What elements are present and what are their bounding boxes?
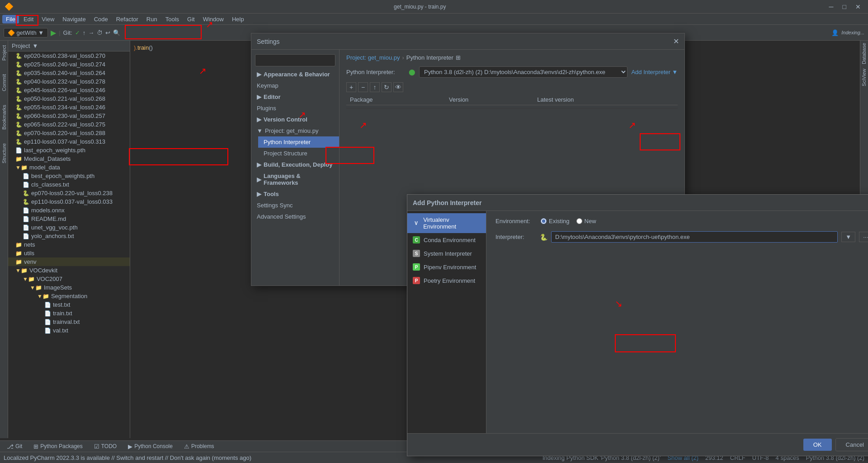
project-selector[interactable]: 🔶 getWith ▼ — [4, 28, 48, 37]
pkg-eye-btn[interactable]: 👁 — [393, 82, 403, 92]
menu-help[interactable]: Help — [228, 15, 248, 23]
tree-item[interactable]: 📄best_epoch_weights.pth — [8, 172, 130, 180]
radio-existing[interactable] — [541, 218, 547, 224]
pkg-update-btn[interactable]: ↑ — [370, 82, 380, 92]
pkg-refresh-btn[interactable]: ↻ — [382, 82, 392, 92]
nav-project[interactable]: ▼ Project: get_miou.py — [251, 125, 339, 136]
run-button[interactable]: ▶ — [51, 28, 56, 37]
tree-item[interactable]: 🐍ep050-loss0.221-val_loss0.268 — [8, 94, 130, 103]
nav-languages[interactable]: ▶ Languages & Frameworks — [251, 170, 339, 188]
interp-type-system[interactable]: S System Interpreter — [407, 247, 486, 260]
radio-new[interactable] — [576, 218, 582, 224]
git-undo[interactable]: ↩ — [105, 29, 110, 36]
tree-item[interactable]: 🐍ep040-loss0.232-val_loss0.278 — [8, 77, 130, 86]
interp-type-virtualenv[interactable]: V Virtualenv Environment — [407, 213, 486, 233]
nav-advanced-settings[interactable]: Advanced Settings — [251, 211, 339, 222]
nav-tools[interactable]: ▶ Tools — [251, 188, 339, 200]
git-check[interactable]: ✓ — [75, 29, 80, 36]
path-dots-btn[interactable]: ··· — [859, 232, 868, 242]
maximize-button[interactable]: □ — [840, 2, 849, 11]
tree-item[interactable]: 📄test.txt — [8, 300, 130, 309]
tree-folder-utils[interactable]: 📁utils — [8, 249, 130, 257]
tree-folder-imagesets[interactable]: ▼📁ImageSets — [8, 283, 130, 292]
tree-item[interactable]: 🐍ep070-loss0.220-val_loss0.288 — [8, 129, 130, 137]
git-arrow-right[interactable]: → — [88, 29, 94, 36]
vtab-database[interactable]: Database — [860, 41, 868, 66]
cancel-button[interactable]: Cancel — [835, 438, 868, 451]
tree-item[interactable]: 📄cls_classes.txt — [8, 180, 130, 189]
menu-refactor[interactable]: Refactor — [113, 15, 142, 23]
tree-item[interactable]: 🐍ep020-loss0.238-val_loss0.270 — [8, 51, 130, 60]
tab-todo[interactable]: ☑ TODO — [90, 442, 121, 451]
tree-item[interactable]: 🐍ep110-loss0.037-val_loss0.033 — [8, 197, 130, 206]
close-button[interactable]: ✕ — [853, 2, 863, 11]
tree-item[interactable]: 📄unet_vgg_voc.pth — [8, 223, 130, 232]
git-history[interactable]: ⏱ — [97, 29, 103, 36]
vtab-sciview[interactable]: SciView — [860, 66, 868, 89]
tree-item[interactable]: 🐍ep070-loss0.220-val_loss0.238 — [8, 189, 130, 197]
tree-item[interactable]: 📄last_epoch_weights.pth — [8, 146, 130, 154]
interp-type-poetry[interactable]: P Poetry Environment — [407, 274, 486, 287]
nav-build[interactable]: ▶ Build, Execution, Deploy — [251, 159, 339, 170]
tree-item[interactable]: 📄models.onnx — [8, 206, 130, 215]
pkg-add-btn[interactable]: + — [346, 82, 356, 92]
pkg-remove-btn[interactable]: − — [358, 82, 368, 92]
interpreter-path-input[interactable] — [551, 231, 838, 243]
nav-plugins[interactable]: Plugins — [251, 103, 339, 114]
nav-editor[interactable]: ▶ Editor — [251, 91, 339, 103]
vtab-project[interactable]: Project — [0, 43, 8, 63]
tree-item[interactable]: 📄README.md — [8, 215, 130, 223]
nav-python-interpreter[interactable]: Python Interpreter — [258, 136, 339, 148]
tab-python-packages[interactable]: ⊞ Python Packages — [29, 442, 87, 451]
settings-search-input[interactable] — [255, 54, 335, 66]
ok-button[interactable]: OK — [803, 439, 832, 451]
nav-keymap[interactable]: Keymap — [251, 80, 339, 91]
menu-tools[interactable]: Tools — [162, 15, 183, 23]
git-arrow-up[interactable]: ↑ — [83, 29, 86, 36]
tree-item[interactable]: 🐍ep065-loss0.222-val_loss0.275 — [8, 120, 130, 129]
user-icon[interactable]: 👤 — [831, 29, 839, 36]
tree-folder-segmentation[interactable]: ▼📁Segmentation — [8, 292, 130, 300]
menu-edit[interactable]: Edit — [20, 15, 37, 23]
nav-project-structure[interactable]: Project Structure — [258, 148, 339, 159]
tree-folder-vocdevkit[interactable]: ▼📁VOCdevkit — [8, 266, 130, 275]
tree-folder-voc2007[interactable]: ▼📁VOC2007 — [8, 275, 130, 283]
nav-settings-sync[interactable]: Settings Sync — [251, 200, 339, 211]
vtab-bookmarks[interactable]: Bookmarks — [0, 103, 8, 132]
tree-folder-model[interactable]: ▼📁model_data — [8, 163, 130, 172]
minimize-button[interactable]: ─ — [826, 2, 836, 11]
menu-git[interactable]: Git — [184, 15, 198, 23]
search-icon[interactable]: 🔍 — [113, 29, 120, 36]
tree-item[interactable]: 🐍ep060-loss0.230-val_loss0.257 — [8, 112, 130, 120]
tree-item[interactable]: 🐍ep045-loss0.226-val_loss0.246 — [8, 86, 130, 94]
interp-type-conda[interactable]: C Conda Environment — [407, 233, 486, 247]
menu-navigate[interactable]: Navigate — [59, 15, 89, 23]
tree-item[interactable]: 🐍ep035-loss0.240-val_loss0.264 — [8, 69, 130, 77]
settings-close-button[interactable]: ✕ — [673, 37, 679, 46]
tree-folder-medical[interactable]: 📁Medical_Datasets — [8, 154, 130, 163]
tab-git[interactable]: ⎇ Git — [2, 442, 27, 451]
radio-existing-label[interactable]: Existing — [541, 218, 570, 224]
menu-file[interactable]: File — [2, 15, 19, 23]
interp-type-pipenv[interactable]: P Pipenv Environment — [407, 260, 486, 274]
tab-problems[interactable]: ⚠ Problems — [179, 442, 219, 451]
path-dropdown-btn[interactable]: ▼ — [841, 232, 855, 242]
tree-folder-nets[interactable]: 📁nets — [8, 240, 130, 249]
nav-version-control[interactable]: ▶ Version Control — [251, 114, 339, 125]
nav-appearance[interactable]: ▶ Appearance & Behavior — [251, 69, 339, 80]
tree-folder-venv[interactable]: 📁venv — [8, 257, 130, 266]
tree-item[interactable]: 🐍ep055-loss0.234-val_loss0.246 — [8, 103, 130, 112]
menu-window[interactable]: Window — [199, 15, 227, 23]
menu-run[interactable]: Run — [143, 15, 161, 23]
interpreter-select[interactable]: Python 3.8 (d2l-zh) (2) D:\mytools\Anaco… — [419, 66, 627, 78]
tree-item[interactable]: 🐍ep025-loss0.240-val_loss0.274 — [8, 60, 130, 69]
menu-code[interactable]: Code — [90, 15, 112, 23]
project-dropdown-icon[interactable]: ▼ — [32, 42, 38, 49]
radio-new-label[interactable]: New — [576, 218, 596, 224]
vtab-structure[interactable]: Structure — [0, 141, 8, 166]
tree-item[interactable]: 📄val.txt — [8, 326, 130, 335]
tree-item[interactable]: 📄train.txt — [8, 309, 130, 318]
vtab-commit[interactable]: Commit — [0, 72, 8, 94]
tree-item[interactable]: 📄yolo_anchors.txt — [8, 232, 130, 240]
tab-python-console[interactable]: ▶ Python Console — [123, 442, 177, 451]
